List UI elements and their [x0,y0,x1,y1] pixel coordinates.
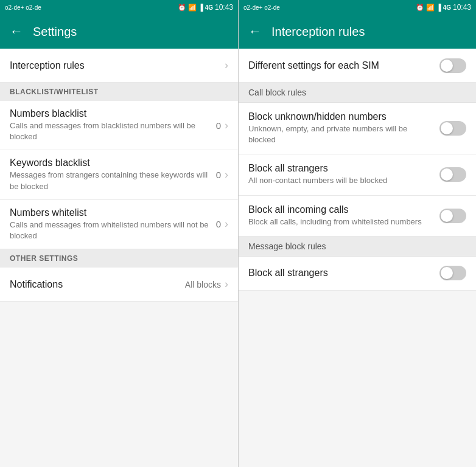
block-all-strangers-msg-item[interactable]: Block all strangers [239,257,476,291]
status-left-right: o2-de+ o2-de [243,4,280,11]
time-right: 10:43 [453,3,471,12]
keywords-blacklist-right: 0 › [216,168,228,181]
left-panel: o2-de+ o2-de ⏰ 📶 ▐ 4G 10:43 ← Settings I… [0,0,238,467]
status-right-left: ⏰ 📶 ▐ 4G 10:43 [178,3,233,12]
notifications-chevron: › [225,278,228,291]
numbers-whitelist-chevron: › [225,218,228,230]
keywords-blacklist-content: Keywords blacklist Messages from strange… [10,157,216,192]
numbers-whitelist-item[interactable]: Numbers whitelist Calls and messages fro… [0,200,238,249]
4g-badge-left: 4G [205,4,213,11]
keywords-blacklist-title: Keywords blacklist [10,157,216,168]
notifications-item[interactable]: Notifications All blocks › [0,268,238,302]
block-all-strangers-msg-content: Block all strangers [248,268,439,278]
status-bar-right: o2-de+ o2-de ⏰ 📶 ▐ 4G 10:43 [239,0,476,15]
interception-rules-right: › [225,59,228,72]
numbers-blacklist-right: 0 › [216,119,228,132]
interception-rules-title: Interception rules [10,60,225,71]
block-all-strangers-call-title: Block all strangers [248,163,432,174]
block-unknown-content: Block unknown/hidden numbers Unknown, em… [248,111,439,145]
block-all-strangers-call-item[interactable]: Block all strangers All non-contact numb… [239,154,476,195]
numbers-whitelist-title: Numbers whitelist [10,207,216,218]
right-panel: o2-de+ o2-de ⏰ 📶 ▐ 4G 10:43 ← Intercepti… [238,0,476,467]
block-all-incoming-subtitle: Block all calls, including from whitelis… [248,216,432,227]
toolbar-right: ← Interception rules [239,15,476,49]
other-settings-section-header: OTHER SETTINGS [0,249,238,268]
numbers-blacklist-chevron: › [225,119,228,132]
numbers-blacklist-subtitle: Calls and messages from blacklisted numb… [10,120,216,142]
blacklist-section-header: BLACKLIST/WHITELIST [0,83,238,101]
block-unknown-title: Block unknown/hidden numbers [248,111,432,122]
left-panel-content: Interception rules › BLACKLIST/WHITELIST… [0,49,238,467]
signal-icon-right: ▐ [436,4,441,11]
wifi-icon-left: 📶 [188,4,197,12]
status-left: o2-de+ o2-de [5,4,41,11]
block-all-incoming-toggle[interactable] [439,209,466,223]
notifications-right: All blocks › [185,278,228,291]
call-block-section-header: Call block rules [239,83,476,103]
sim-settings-row[interactable]: Different settings for each SIM [239,49,476,83]
sim-settings-toggle[interactable] [439,58,466,73]
status-bar-left: o2-de+ o2-de ⏰ 📶 ▐ 4G 10:43 [0,0,238,15]
keywords-blacklist-count: 0 [216,170,221,180]
interception-rules-chevron: › [225,59,228,72]
message-block-section-header: Message block rules [239,237,476,257]
wifi-icon-right: 📶 [426,4,435,12]
status-right-right: ⏰ 📶 ▐ 4G 10:43 [416,3,471,12]
back-button-left[interactable]: ← [10,24,23,40]
time-left: 10:43 [215,3,233,12]
toolbar-left: ← Settings [0,15,238,49]
block-all-strangers-call-subtitle: All non-contact numbers will be blocked [248,175,432,186]
block-all-strangers-msg-title: Block all strangers [248,268,432,278]
numbers-blacklist-item[interactable]: Numbers blacklist Calls and messages fro… [0,101,238,150]
sim-settings-label: Different settings for each SIM [248,60,379,71]
numbers-whitelist-count: 0 [216,219,221,229]
toolbar-title-left: Settings [33,25,77,39]
interception-rules-content: Interception rules [10,60,225,71]
carrier-text-left: o2-de+ o2-de [5,4,41,11]
block-unknown-toggle[interactable] [439,121,466,136]
keywords-blacklist-subtitle: Messages from strangers containing these… [10,170,216,192]
carrier-text-right: o2-de+ o2-de [243,4,280,11]
alarm-icon-left: ⏰ [178,4,186,12]
numbers-whitelist-content: Numbers whitelist Calls and messages fro… [10,207,216,241]
right-panel-content: Different settings for each SIM Call blo… [239,49,476,467]
block-all-strangers-call-content: Block all strangers All non-contact numb… [248,163,439,186]
numbers-blacklist-count: 0 [216,120,221,131]
numbers-whitelist-right: 0 › [216,218,228,230]
block-all-incoming-item[interactable]: Block all incoming calls Block all calls… [239,196,476,237]
block-all-strangers-msg-toggle[interactable] [439,266,466,280]
numbers-whitelist-subtitle: Calls and messages from whitelisted numb… [10,220,216,241]
block-unknown-item[interactable]: Block unknown/hidden numbers Unknown, em… [239,103,476,154]
keywords-blacklist-chevron: › [225,168,228,181]
numbers-blacklist-title: Numbers blacklist [10,108,216,119]
block-all-incoming-title: Block all incoming calls [248,204,432,215]
block-all-incoming-content: Block all incoming calls Block all calls… [248,204,439,227]
signal-icon-left: ▐ [198,4,203,11]
block-all-strangers-call-toggle[interactable] [439,167,466,182]
keywords-blacklist-item[interactable]: Keywords blacklist Messages from strange… [0,150,238,199]
notifications-value: All blocks [185,280,221,289]
block-unknown-subtitle: Unknown, empty, and private numbers will… [248,123,432,145]
back-button-right[interactable]: ← [248,24,262,40]
toolbar-title-right: Interception rules [271,25,365,39]
alarm-icon-right: ⏰ [416,4,424,12]
numbers-blacklist-content: Numbers blacklist Calls and messages fro… [10,108,216,142]
interception-rules-item[interactable]: Interception rules › [0,49,238,83]
4g-badge-right: 4G [443,4,451,11]
notifications-label: Notifications [10,279,63,290]
